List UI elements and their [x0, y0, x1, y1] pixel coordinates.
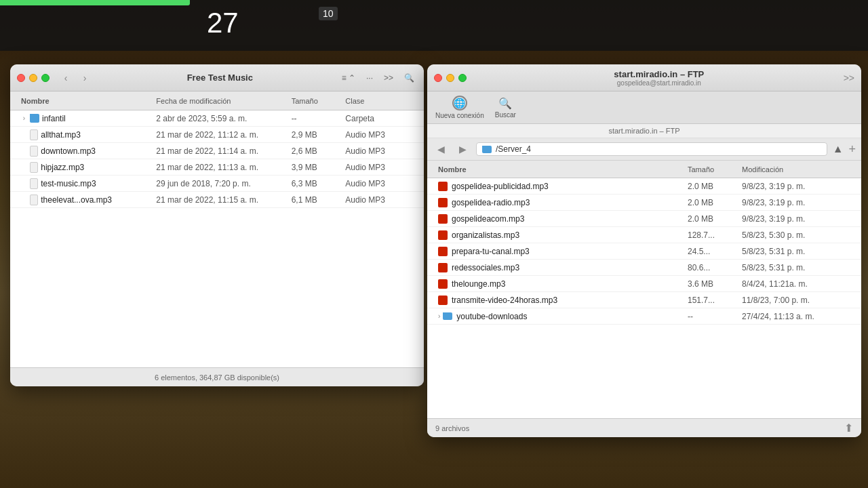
ftp-file-size: 151.7... — [688, 296, 742, 305]
file-date: 21 mar de 2022, 11:15 a. m. — [156, 195, 291, 205]
col-fecha[interactable]: Fecha de modificación — [156, 97, 291, 105]
ftp-path-selector[interactable]: /Server_4 — [476, 142, 827, 156]
ftp-expand-button[interactable]: >> — [844, 73, 854, 83]
search-button[interactable]: 🔍 — [401, 72, 417, 84]
plus-icon[interactable]: + — [848, 142, 856, 157]
file-name: downtown.mp3 — [41, 146, 156, 156]
globe-icon: 🌐 — [452, 96, 467, 110]
ftp-file-date: 5/8/23, 5:30 p. m. — [742, 230, 850, 240]
list-item[interactable]: › infantil 2 abr de 2023, 5:59 a. m. -- … — [10, 110, 424, 127]
col-tamano[interactable]: Tamaño — [292, 97, 346, 105]
nav-buttons: ‹ › — [58, 71, 93, 85]
ftp-file-size: 2.0 MB — [688, 182, 742, 191]
progress-bar — [0, 0, 190, 5]
ftp-file-size: 2.0 MB — [688, 214, 742, 224]
file-size: 3,9 MB — [292, 163, 346, 172]
mp3-red-icon — [438, 263, 448, 272]
ftp-title-sub: gospelidea@start.miradio.in — [475, 79, 844, 87]
file-size: 2,6 MB — [292, 146, 346, 156]
back-button[interactable]: ‹ — [58, 71, 74, 85]
ftp-forward-button[interactable]: ▶ — [454, 141, 471, 157]
list-item[interactable]: downtown.mp3 21 mar de 2022, 11:14 a. m.… — [10, 143, 424, 159]
ftp-col-date[interactable]: Modificación — [742, 165, 850, 174]
file-type: Audio MP3 — [345, 179, 413, 188]
ftp-title-main: start.miradio.in – FTP — [475, 69, 844, 79]
ftp-file-name: gospelideacom.mp3 — [452, 214, 688, 224]
ftp-file-name: thelounge.mp3 — [452, 279, 688, 289]
list-item[interactable]: gospelidea-publicidad.mp3 2.0 MB 9/8/23,… — [427, 178, 861, 195]
list-item[interactable]: theelevat...ova.mp3 21 mar de 2022, 11:1… — [10, 192, 424, 208]
file-name-cell: downtown.mp3 — [21, 146, 156, 157]
ftp-file-date: 8/4/24, 11:21a. m. — [742, 279, 850, 289]
ftp-col-name[interactable]: Nombre — [438, 165, 688, 174]
ftp-file-date: 5/8/23, 5:31 p. m. — [742, 247, 850, 256]
finder-status-text: 6 elementos, 364,87 GB disponible(s) — [155, 373, 279, 382]
file-name-cell: test-music.mp3 — [21, 178, 156, 189]
file-size: 2,9 MB — [292, 130, 346, 140]
ftp-file-name: organizalistas.mp3 — [452, 230, 688, 240]
column-headers: Nombre Fecha de modificación Tamaño Clas… — [10, 92, 424, 110]
minimize-button[interactable] — [29, 74, 37, 82]
ftp-upload-icon[interactable]: ⬆ — [844, 422, 853, 434]
view-options-button[interactable]: ≡ ⌃ — [339, 72, 358, 84]
traffic-lights — [17, 74, 50, 82]
file-date: 21 mar de 2022, 11:13 a. m. — [156, 163, 291, 172]
ftp-file-date: 9/8/23, 3:19 p. m. — [742, 198, 850, 207]
expand-button[interactable]: >> — [381, 72, 396, 84]
ftp-minimize-button[interactable] — [446, 74, 454, 82]
more-button[interactable]: ··· — [363, 72, 376, 84]
ftp-file-size: 2.0 MB — [688, 198, 742, 207]
file-size: -- — [292, 114, 346, 123]
ftp-file-list: gospelidea-publicidad.mp3 2.0 MB 9/8/23,… — [427, 178, 861, 418]
list-item[interactable]: gospelideacom.mp3 2.0 MB 9/8/23, 3:19 p.… — [427, 211, 861, 227]
ftp-window: start.miradio.in – FTP gospelidea@start.… — [427, 64, 861, 437]
list-item[interactable]: thelounge.mp3 3.6 MB 8/4/24, 11:21a. m. — [427, 276, 861, 292]
folder-icon — [482, 146, 492, 153]
list-item[interactable]: transmite-video-24horas.mp3 151.7... 11/… — [427, 292, 861, 308]
ftp-file-size: -- — [688, 312, 742, 321]
list-item[interactable]: prepara-tu-canal.mp3 24.5... 5/8/23, 5:3… — [427, 243, 861, 260]
ftp-file-date: 11/8/23, 7:00 p. m. — [742, 296, 850, 305]
ftp-back-button[interactable]: ◀ — [433, 141, 449, 157]
ftp-column-headers: Nombre Tamaño Modificación — [427, 161, 861, 178]
file-date: 2 abr de 2023, 5:59 a. m. — [156, 114, 291, 123]
top-bar: 27 10 — [0, 0, 868, 51]
list-item[interactable]: › youtube-downloads -- 27/4/24, 11:13 a.… — [427, 308, 861, 325]
file-size: 6,3 MB — [292, 179, 346, 188]
upload-icon[interactable]: ▲ — [833, 143, 844, 155]
ftp-status-text: 9 archivos — [435, 424, 469, 432]
list-item[interactable]: gospelidea-radio.mp3 2.0 MB 9/8/23, 3:19… — [427, 195, 861, 211]
ftp-col-size[interactable]: Tamaño — [688, 165, 742, 174]
ftp-file-size: 3.6 MB — [688, 279, 742, 289]
buscar-label: Buscar — [495, 111, 516, 119]
mp3-red-icon — [438, 182, 448, 191]
col-clase[interactable]: Clase — [345, 97, 413, 105]
list-item[interactable]: redessociales.mp3 80.6... 5/8/23, 5:31 p… — [427, 260, 861, 276]
folder-icon — [30, 114, 39, 123]
ftp-file-name: redessociales.mp3 — [452, 263, 688, 272]
ftp-file-name: transmite-video-24horas.mp3 — [452, 296, 688, 305]
ftp-close-button[interactable] — [434, 74, 442, 82]
ftp-maximize-button[interactable] — [458, 74, 467, 82]
nueva-conexion-button[interactable]: 🌐 Nueva conexión — [435, 96, 484, 119]
list-item[interactable]: test-music.mp3 29 jun de 2018, 7:20 p. m… — [10, 176, 424, 192]
mp3-icon — [30, 146, 39, 157]
col-nombre[interactable]: Nombre — [21, 97, 156, 105]
buscar-button[interactable]: 🔍 Buscar — [495, 97, 516, 119]
ftp-breadcrumb: start.miradio.in – FTP — [427, 124, 861, 138]
maximize-button[interactable] — [41, 74, 50, 82]
ftp-path: /Server_4 — [496, 144, 531, 154]
list-item[interactable]: organizalistas.mp3 128.7... 5/8/23, 5:30… — [427, 227, 861, 243]
ftp-file-date: 9/8/23, 3:19 p. m. — [742, 182, 850, 191]
forward-button[interactable]: › — [77, 71, 93, 85]
file-date: 21 mar de 2022, 11:14 a. m. — [156, 146, 291, 156]
list-item[interactable]: hipjazz.mp3 21 mar de 2022, 11:13 a. m. … — [10, 159, 424, 176]
file-list: › infantil 2 abr de 2023, 5:59 a. m. -- … — [10, 110, 424, 367]
file-type: Audio MP3 — [345, 163, 413, 172]
list-item[interactable]: allthat.mp3 21 mar de 2022, 11:12 a. m. … — [10, 127, 424, 143]
close-button[interactable] — [17, 74, 25, 82]
ftp-file-date: 27/4/24, 11:13 a. m. — [742, 312, 850, 321]
file-name: theelevat...ova.mp3 — [41, 195, 156, 205]
file-date: 21 mar de 2022, 11:12 a. m. — [156, 130, 291, 140]
ftp-file-size: 128.7... — [688, 230, 742, 240]
